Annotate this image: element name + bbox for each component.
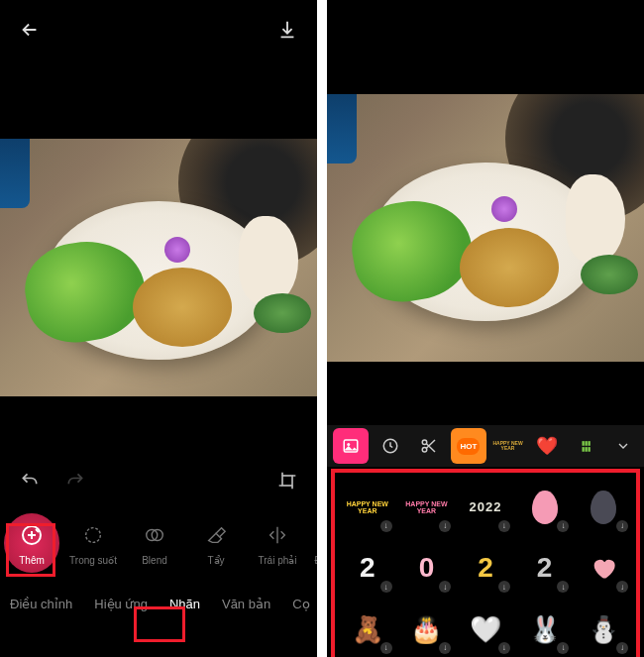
sticker-text: HAPPY NEW YEAR [400, 500, 454, 514]
sticker-digit-pink[interactable]: 0 ↓ [400, 542, 454, 596]
hny-label: HAPPY NEW YEAR [490, 441, 526, 451]
download-badge-icon: ↓ [616, 642, 628, 654]
canvas-photo[interactable] [0, 139, 317, 396]
crop-icon [277, 471, 297, 491]
hot-badge-icon: HOT [457, 438, 480, 455]
svg-rect-0 [282, 476, 292, 486]
crop-button[interactable] [273, 467, 301, 494]
scissors-icon [420, 437, 438, 455]
tool-blend[interactable]: Blend [127, 513, 182, 573]
tool-trong-suot[interactable]: Trong suốt [65, 513, 121, 573]
sticker-category-bar: HOT HAPPY NEW YEAR ❤️ ▮▮▮▮▮▮ [327, 425, 644, 467]
tab-dieu-chinh[interactable]: Điều chỉnh [0, 591, 82, 617]
sticker-text: 2 [360, 552, 376, 584]
tab-nhan[interactable]: Nhãn [160, 591, 210, 617]
sticker-hny-2[interactable]: HAPPY NEW YEAR ↓ [400, 481, 454, 534]
sticker-digit-gold[interactable]: 2 ↓ [459, 542, 512, 596]
sticker-heart-white[interactable]: 🤍↓ [459, 602, 512, 656]
download-badge-icon: ↓ [380, 581, 392, 593]
expand-categories-button[interactable] [608, 438, 638, 454]
download-badge-icon: ↓ [498, 581, 510, 593]
flip-h-icon [264, 521, 291, 549]
history-row [0, 456, 317, 505]
tool-strip: Thêm Trong suốt Blend Tẩy Trái phải [0, 505, 317, 581]
download-badge-icon: ↓ [439, 642, 451, 654]
cat-cut[interactable] [411, 428, 447, 464]
download-badge-icon: ↓ [439, 520, 451, 532]
sticker-hny-1[interactable]: HAPPY NEW YEAR ↓ [341, 481, 394, 534]
bottom-tabs: Điều chỉnh Hiệu ứng Nhãn Văn bản Cọ Thê… [0, 581, 317, 631]
photo-flower [491, 196, 517, 222]
editor-screen-tools: Thêm Trong suốt Blend Tẩy Trái phải [0, 0, 317, 657]
sticker-snowman[interactable]: ⛄↓ [577, 602, 630, 656]
download-badge-icon: ↓ [498, 520, 510, 532]
canvas-photo[interactable] [327, 94, 644, 362]
heart-icon: ❤️ [536, 435, 558, 457]
arrow-left-icon [19, 19, 41, 41]
bunny-icon: 🐰 [529, 614, 561, 645]
svg-point-2 [86, 527, 101, 542]
photo-noodles [460, 228, 559, 307]
sticker-grid-panel: HAPPY NEW YEAR ↓ HAPPY NEW YEAR ↓ 2022 ↓… [331, 469, 640, 657]
balloon-icon [590, 491, 616, 524]
cat-hot[interactable]: HOT [451, 428, 486, 464]
download-badge-icon: ↓ [557, 642, 569, 654]
sticker-balloon-pink[interactable]: ↓ [518, 481, 572, 534]
snowman-icon: ⛄ [588, 614, 619, 645]
spacer [327, 362, 644, 425]
cat-gallery[interactable] [333, 428, 369, 464]
clock-icon [381, 437, 399, 455]
cat-misc[interactable]: ▮▮▮▮▮▮ [569, 428, 604, 464]
redo-button[interactable] [61, 467, 89, 494]
download-badge-icon: ↓ [557, 581, 569, 593]
heart3d-icon [589, 554, 618, 582]
sticker-bunny[interactable]: 🐰↓ [518, 602, 572, 656]
download-button[interactable] [273, 16, 301, 44]
sticker-text: 2022 [470, 499, 502, 514]
svg-point-10 [422, 448, 427, 453]
tool-label: Đả… [314, 555, 317, 566]
cat-heart[interactable]: ❤️ [529, 428, 565, 464]
cat-hny[interactable]: HAPPY NEW YEAR [490, 428, 526, 464]
undo-icon [20, 471, 40, 491]
top-bar [0, 0, 317, 59]
svg-point-9 [422, 440, 427, 445]
sticker-text: 0 [419, 552, 435, 584]
editor-screen-stickers: HOT HAPPY NEW YEAR ❤️ ▮▮▮▮▮▮ HAPPY NEW Y… [327, 0, 644, 657]
sticker-digit-silver[interactable]: 2 ↓ [518, 542, 572, 596]
tool-label: Tẩy [207, 555, 224, 566]
opacity-icon [79, 521, 107, 549]
tool-more[interactable]: Đả… [311, 513, 317, 573]
download-badge-icon: ↓ [380, 520, 392, 532]
undo-button[interactable] [16, 467, 44, 494]
photo-cracker [239, 216, 298, 305]
tool-them[interactable]: Thêm [4, 513, 59, 573]
photo-cracker [566, 174, 625, 264]
tool-label: Blend [142, 555, 167, 566]
more-icon [312, 521, 317, 549]
back-button[interactable] [16, 16, 44, 44]
sticker-text: HAPPY NEW YEAR [341, 500, 394, 514]
svg-point-7 [347, 443, 350, 446]
tab-van-ban[interactable]: Văn bản [212, 591, 280, 617]
sticker-grid: HAPPY NEW YEAR ↓ HAPPY NEW YEAR ↓ 2022 ↓… [341, 481, 630, 657]
sticker-balloon-dark[interactable]: ↓ [577, 481, 630, 534]
tab-co[interactable]: Cọ [282, 591, 317, 617]
photo-bowl [254, 293, 311, 333]
sticker-2022[interactable]: 2022 ↓ [459, 481, 512, 534]
sticker-heart3d[interactable]: ↓ [577, 542, 630, 596]
tool-tay[interactable]: Tẩy [188, 513, 244, 573]
sticker-teddy[interactable]: 🧸↓ [341, 602, 394, 656]
tool-trai-phai[interactable]: Trái phải [250, 513, 305, 573]
sticker-cake[interactable]: 🎂↓ [400, 602, 454, 656]
redo-icon [65, 471, 85, 491]
tab-hieu-ung[interactable]: Hiệu ứng [84, 591, 158, 617]
image-icon [342, 437, 360, 455]
download-badge-icon: ↓ [557, 520, 569, 532]
teddy-icon: 🧸 [352, 614, 383, 645]
tool-label: Trái phải [259, 555, 297, 566]
download-badge-icon: ↓ [616, 581, 628, 593]
photo-can [327, 94, 357, 164]
sticker-digit-white[interactable]: 2 ↓ [341, 542, 394, 596]
cat-recent[interactable] [373, 428, 408, 464]
